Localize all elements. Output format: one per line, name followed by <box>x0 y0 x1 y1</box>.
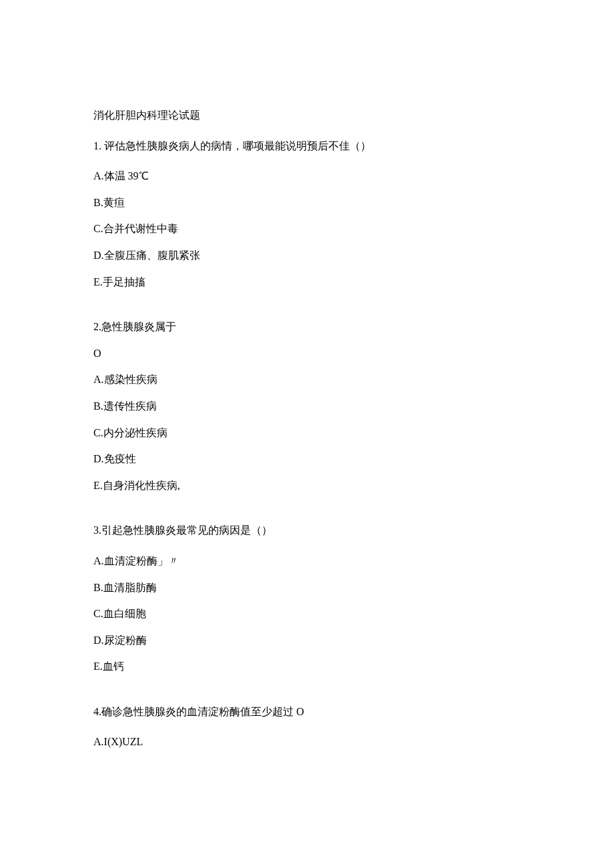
question-option: E.血钙 <box>93 658 521 675</box>
document-content: 消化肝胆内科理论试题 1. 评估急性胰腺炎病人的病情，哪项最能说明预后不佳（） … <box>93 107 521 751</box>
question-stem: 4.确诊急性胰腺炎的血清淀粉酶值至少超过 O <box>93 703 521 721</box>
question-option: A.I(X)UZL <box>93 733 521 751</box>
question-option: D.尿淀粉酶 <box>93 632 521 649</box>
question-option: C.血白细胞 <box>93 605 521 622</box>
question-option: E.手足抽搐 <box>93 274 521 291</box>
question-stem: 1. 评估急性胰腺炎病人的病情，哪项最能说明预后不佳（） <box>93 137 521 155</box>
question-option: D.免疫性 <box>93 450 521 468</box>
question-stem-line2: O <box>93 345 521 362</box>
question-option: B.黄疸 <box>93 194 521 211</box>
question-option: A.血清淀粉酶」〃 <box>93 552 521 570</box>
question-option: C.合并代谢性中毒 <box>93 220 521 238</box>
question-option: B.遗传性疾病 <box>93 398 521 415</box>
question-option: A.感染性疾病 <box>93 371 521 388</box>
question-option: A.体温 39℃ <box>93 167 521 185</box>
question-stem: 3.引起急性胰腺炎最常见的病因是（） <box>93 522 521 539</box>
question-option: E.自身消化性疾病, <box>93 477 521 494</box>
spacer <box>93 300 521 318</box>
document-title: 消化肝胆内科理论试题 <box>93 107 521 124</box>
question-option: B.血清脂肪酶 <box>93 579 521 596</box>
question-stem: 2.急性胰腺炎属于 <box>93 318 521 336</box>
spacer <box>93 685 521 703</box>
question-option: C.内分泌性疾病 <box>93 424 521 442</box>
question-option: D.全腹压痛、腹肌紧张 <box>93 247 521 264</box>
spacer <box>93 503 521 522</box>
